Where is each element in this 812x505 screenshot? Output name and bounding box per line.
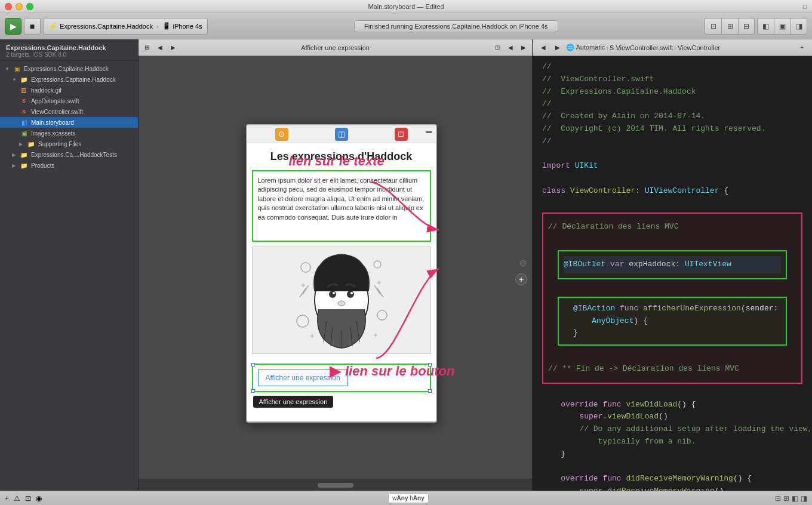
breadcrumb: 🌐 Automatic › S ViewController.swift › V…	[566, 44, 794, 51]
svg-point-3	[377, 310, 387, 320]
sidebar-item-supporting-files[interactable]: ▶ 📁 Supporting Files	[0, 138, 138, 149]
code-line-viewdidload: override func viewDidLoad() {	[533, 399, 812, 411]
sidebar-item-group[interactable]: ▼ 📁 Expressions.Capitaine.Haddock	[0, 74, 138, 85]
iphone-button-area[interactable]: Afficher une expression Afficher une exp…	[252, 364, 431, 392]
navigator-btn[interactable]: ◧	[757, 18, 774, 35]
sidebar-item-tests[interactable]: ▶ 📁 Expressions.Ca....HaddockTests	[0, 149, 138, 160]
uikit-type: UIKit	[575, 161, 598, 170]
warning-icon[interactable]: ⚠	[14, 494, 20, 503]
group-label: Expressions.Capitaine.Haddock	[31, 76, 116, 83]
storyboard-label: Afficher une expression	[296, 44, 374, 51]
version-editor-btn[interactable]: ⊟	[738, 18, 755, 35]
storyboard-scroll-thumb[interactable]	[318, 483, 353, 488]
svg-point-9	[329, 291, 336, 298]
app-title-area: Les expressions d'Haddock	[247, 143, 436, 170]
code-line-super-mem: super.didReceiveMemoryWarning()	[533, 485, 812, 491]
nav-forward-btn2[interactable]: ▶	[518, 41, 530, 54]
add-view-controller-btn[interactable]: +	[515, 273, 527, 285]
super-viewdidload: viewDidLoad	[607, 412, 659, 421]
viewcontroller-label: ViewController.swift	[31, 109, 83, 115]
minimize-button[interactable]	[16, 3, 23, 10]
code-line-blank1	[533, 148, 812, 161]
back-btn[interactable]: ◀	[154, 41, 166, 54]
iphone-textview[interactable]: Lorem ipsum dolor sit er elit lamet, con…	[252, 170, 431, 242]
stop-button[interactable]: ■	[24, 18, 41, 35]
code-line-import: import UIKit	[533, 160, 812, 173]
group-folder-icon: 📁	[19, 75, 29, 84]
standard-editor-btn[interactable]: ⊡	[705, 18, 721, 35]
action-func-name: afficherUneExpression	[643, 304, 741, 313]
scheme-name: Expressions.Capitaine.Haddock	[60, 23, 153, 30]
haddock-gif-label: haddock.gif	[31, 87, 61, 94]
code-editor[interactable]: // // ViewController.swift // Expression…	[533, 56, 812, 491]
supporting-files-arrow: ▶	[19, 141, 26, 147]
forward-btn[interactable]: ▶	[167, 41, 179, 54]
iphone-button-inner[interactable]: Afficher une expression	[258, 369, 348, 386]
breadcrumb-item-class[interactable]: ViewController	[678, 44, 720, 51]
var-keyword: var	[610, 260, 624, 269]
utilities-btn[interactable]: ◨	[791, 18, 807, 35]
layout-icon3[interactable]: ◧	[792, 494, 798, 503]
swift-file-icon-appdelegate: S	[19, 97, 29, 105]
code-line-l3: // Expressions.Capitaine.Haddock	[533, 86, 812, 98]
iphone-mockup[interactable]: ⊙ ◫ ⊡ ▬ Les expressions d'Haddock Lorem …	[246, 124, 437, 423]
code-forward-btn[interactable]: ▶	[552, 41, 564, 54]
test-icon[interactable]: ◉	[36, 494, 42, 503]
debug-btn[interactable]: ▣	[774, 18, 791, 35]
layout-icon1[interactable]: ⊟	[775, 494, 781, 503]
layout-icon4[interactable]: ◨	[801, 494, 807, 503]
status-bar-left: + ⚠ ⊡ ◉	[5, 494, 42, 503]
sidebar-header: Expressions.Capitaine.Haddock 2 targets,…	[0, 39, 138, 61]
editor-area: ⊞ ◀ ▶ Afficher une expression ⊡ ◀ ▶	[139, 39, 812, 491]
code-line-l5: // Created by Alain on 2014-07-14.	[533, 110, 812, 123]
sidebar-item-haddock-gif[interactable]: 🖼 haddock.gif	[0, 85, 138, 96]
sidebar-item-project[interactable]: ▼ ▣ Expressions.Capitaine.Haddock	[0, 63, 138, 74]
code-line-vdl-close: }	[533, 448, 812, 461]
code-line-blank5	[548, 282, 796, 294]
battery-icon: ▬	[426, 128, 432, 134]
size-class-display[interactable]: wAny hAny	[388, 493, 428, 503]
breadcrumb-item-auto[interactable]: 🌐 Automatic	[566, 44, 605, 51]
code-add-btn[interactable]: +	[796, 41, 807, 54]
assistant-editor-btn[interactable]: ⊞	[721, 18, 738, 35]
main-toolbar: ▶ ■ ⚡ Expressions.Capitaine.Haddock › 📱 …	[0, 13, 812, 39]
project-name[interactable]: Expressions.Capitaine.Haddock	[6, 44, 132, 51]
layout-icon2[interactable]: ⊞	[783, 494, 789, 503]
storyboard-bottom-bar	[139, 479, 532, 491]
plus-icon[interactable]: +	[5, 494, 9, 503]
selection-handle-tr	[428, 363, 432, 367]
products-label: Products	[31, 162, 54, 169]
close-button[interactable]	[5, 3, 12, 10]
iphone-image-area: ✦ ✦ ✦ ✦	[252, 247, 431, 354]
maximize-button[interactable]	[26, 3, 33, 10]
error-icon[interactable]: ⊡	[25, 494, 31, 503]
storyboard-toolbar-btn-2[interactable]: ◫	[335, 128, 348, 141]
sidebar-item-products[interactable]: ▶ 📁 Products	[0, 160, 138, 171]
sidebar-item-images-xcassets[interactable]: ▣ Images.xcassets	[0, 128, 138, 138]
code-line-action1: @IBAction func afficherUneExpression(sen…	[564, 303, 781, 315]
zoom-grid-btn[interactable]: ⊡	[491, 41, 503, 54]
nav-back-btn2[interactable]: ◀	[505, 41, 516, 54]
project-label: Expressions.Capitaine.Haddock	[24, 66, 109, 72]
status-bar-center: wAny hAny	[47, 495, 770, 501]
run-button[interactable]: ▶	[5, 18, 21, 35]
code-back-btn[interactable]: ◀	[537, 41, 549, 54]
grid-view-btn[interactable]: ⊞	[141, 41, 153, 54]
storyboard-toolbar-btn-1[interactable]: ⊙	[275, 128, 288, 141]
scheme-selector[interactable]: ⚡ Expressions.Capitaine.Haddock › 📱 iPho…	[43, 18, 208, 35]
breadcrumb-item-file[interactable]: S ViewController.swift	[610, 44, 673, 51]
storyboard-toolbar-btn-3[interactable]: ⊡	[395, 128, 408, 141]
sidebar-item-viewcontroller[interactable]: S ViewController.swift	[0, 106, 138, 117]
storyboard-canvas[interactable]: ⊙ ◫ ⊡ ▬ Les expressions d'Haddock Lorem …	[139, 56, 532, 491]
selection-handle-tl	[251, 363, 255, 367]
viewdidload-name: viewDidLoad	[626, 400, 677, 409]
separator-icon: ›	[156, 23, 159, 30]
svg-text:✦: ✦	[373, 331, 379, 340]
override-keyword2: override	[561, 474, 598, 483]
supporting-files-label: Supporting Files	[38, 141, 81, 147]
svg-text:✦: ✦	[309, 331, 316, 341]
layout-switcher: ◧ ▣ ◨	[757, 18, 807, 35]
xcassets-file-icon: ▣	[19, 129, 29, 137]
sidebar-item-appdelegate[interactable]: S AppDelegate.swift	[0, 96, 138, 106]
sidebar-item-main-storyboard[interactable]: ◧ Main.storyboard	[0, 117, 138, 128]
